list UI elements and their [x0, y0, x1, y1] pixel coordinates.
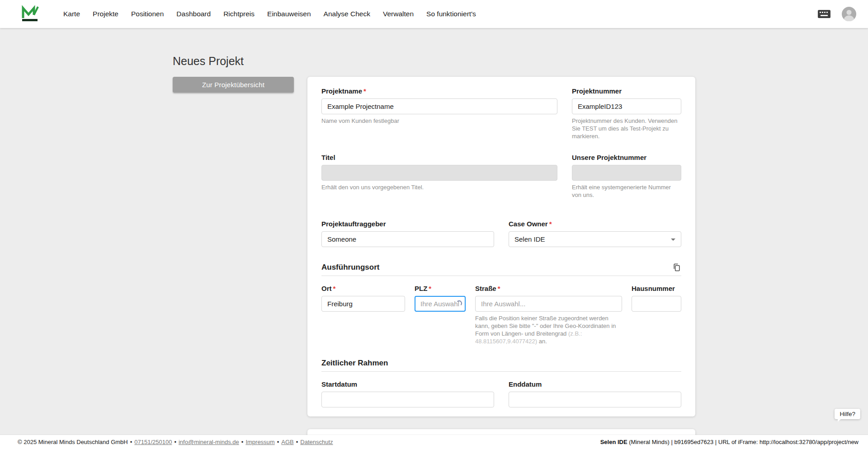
titel-label: Titel [321, 153, 557, 162]
titel-helper: Erhält den von uns vorgegebenen Titel. [321, 183, 557, 191]
agb-link[interactable]: AGB [281, 439, 293, 445]
divider [321, 371, 681, 372]
footer: © 2025 Mineral Minds Deutschland GmbH • … [0, 435, 868, 449]
separator: • [241, 439, 244, 445]
hausnummer-input[interactable] [632, 296, 681, 312]
nav-karte[interactable]: Karte [63, 10, 80, 18]
main-area: Neues Projekt Zur Projektübersicht Proje… [0, 28, 868, 449]
required-asterisk: * [498, 285, 500, 292]
email-link[interactable]: info@mineral-minds.de [179, 439, 239, 445]
nav-dashboard[interactable]: Dashboard [176, 10, 211, 18]
nav-projekte[interactable]: Projekte [93, 10, 118, 18]
projektnummer-input[interactable] [572, 98, 681, 114]
unsere-projektnummer-input [572, 165, 681, 181]
field-strasse: Straße* Falls die Position keiner Straße… [475, 284, 622, 345]
field-titel: Titel Erhält den von uns vorgegebenen Ti… [321, 153, 557, 199]
field-case-owner: Case Owner* Selen IDE [509, 220, 681, 247]
strasse-label: Straße* [475, 284, 622, 293]
nav-verwalten[interactable]: Verwalten [383, 10, 414, 18]
field-projektname: Projektname* Name vom Kunden festlegbar [321, 87, 557, 140]
divider [321, 276, 681, 276]
mineral-minds-logo[interactable] [21, 5, 39, 23]
strasse-input[interactable] [475, 296, 622, 312]
separator: • [174, 439, 176, 445]
section-ausfuehrungsort: Ausführungsort [321, 263, 379, 272]
avatar[interactable] [842, 7, 856, 21]
field-plz: PLZ* [415, 284, 466, 345]
main-nav: Karte Projekte Positionen Dashboard Rich… [63, 10, 476, 18]
header-icons [817, 7, 856, 21]
project-form-card: Projektname* Name vom Kunden festlegbar … [307, 77, 695, 416]
help-button[interactable]: Hilfe? [835, 409, 860, 419]
field-ort: Ort* [321, 284, 405, 345]
nav-richtpreis[interactable]: Richtpreis [223, 10, 255, 18]
nav-so-funktionierts[interactable]: So funktioniert's [426, 10, 476, 18]
session-info: Selen IDE (Mineral Minds) | b91695ed7623… [600, 439, 859, 445]
back-to-projects-button[interactable]: Zur Projektübersicht [173, 77, 294, 93]
strasse-helper: Falls die Position keiner Straße zugeord… [475, 314, 622, 345]
field-unsere-projektnummer: Unsere Projektnummer Erhält eine systemg… [572, 153, 681, 199]
required-asterisk: * [429, 285, 431, 292]
keyboard-icon[interactable] [817, 9, 831, 19]
projektname-input[interactable] [321, 98, 557, 114]
section-zeitlicher-rahmen: Zeitlicher Rahmen [321, 359, 388, 368]
top-navbar: Karte Projekte Positionen Dashboard Rich… [0, 0, 868, 28]
hausnummer-label: Hausnummer [632, 284, 681, 293]
projektname-label: Projektname* [321, 87, 557, 95]
titel-input [321, 165, 557, 181]
projektnummer-helper: Projektnummer des Kunden. Verwenden Sie … [572, 117, 681, 140]
projektauftraggeber-input[interactable] [321, 231, 494, 247]
phone-link[interactable]: 07151/250100 [134, 439, 172, 445]
enddatum-label: Enddatum [509, 380, 681, 388]
separator: • [277, 439, 279, 445]
case-owner-select[interactable]: Selen IDE [509, 231, 681, 247]
case-owner-label: Case Owner* [509, 220, 681, 228]
copy-icon[interactable] [672, 263, 681, 272]
startdatum-label: Startdatum [321, 380, 494, 388]
impressum-link[interactable]: Impressum [245, 439, 274, 445]
datenschutz-link[interactable]: Datenschutz [300, 439, 333, 445]
nav-analyse-check[interactable]: Analyse Check [324, 10, 370, 18]
unsere-projektnummer-helper: Erhält eine systemgenerierte Nummer von … [572, 183, 681, 199]
chevron-down-icon [671, 239, 675, 241]
projektname-helper: Name vom Kunden festlegbar [321, 117, 557, 125]
enddatum-input[interactable] [509, 392, 681, 407]
projektauftraggeber-label: Projektauftraggeber [321, 220, 494, 228]
plz-label: PLZ* [415, 284, 466, 293]
unsere-projektnummer-label: Unsere Projektnummer [572, 153, 681, 162]
separator: • [130, 439, 132, 445]
startdatum-input[interactable] [321, 392, 494, 407]
nav-einbauweisen[interactable]: Einbauweisen [267, 10, 311, 18]
required-asterisk: * [333, 285, 336, 292]
ort-input[interactable] [321, 296, 405, 312]
field-projektauftraggeber: Projektauftraggeber [321, 220, 494, 247]
required-asterisk: * [363, 87, 366, 95]
nav-positionen[interactable]: Positionen [131, 10, 164, 18]
field-startdatum: Startdatum [321, 380, 494, 407]
projektnummer-label: Projektnummer [572, 87, 681, 95]
copyright-text: © 2025 Mineral Minds Deutschland GmbH [18, 439, 128, 445]
required-asterisk: * [549, 220, 552, 228]
field-hausnummer: Hausnummer [632, 284, 681, 345]
loading-spinner-icon [456, 300, 462, 306]
field-enddatum: Enddatum [509, 380, 681, 407]
ort-label: Ort* [321, 284, 405, 293]
page-title: Neues Projekt [173, 54, 695, 68]
case-owner-value: Selen IDE [514, 235, 545, 243]
field-projektnummer: Projektnummer Projektnummer des Kunden. … [572, 87, 681, 140]
separator: • [296, 439, 298, 445]
